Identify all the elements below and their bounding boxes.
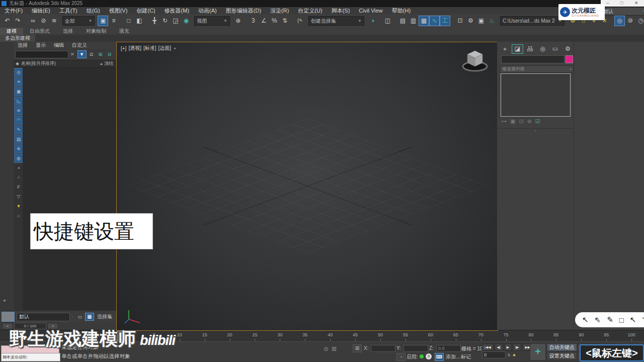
select-by-name-icon[interactable]: ≡ — [108, 16, 119, 26]
set-keys-button[interactable]: + — [530, 343, 546, 360]
timeline-tick[interactable]: 65 — [443, 330, 468, 341]
align-icon[interactable]: ◫ — [382, 16, 393, 26]
tab-motion[interactable]: ◎ — [537, 44, 548, 54]
filter-influences-icon[interactable]: ◎ — [14, 68, 23, 77]
redo-icon[interactable]: ↷ — [13, 16, 23, 26]
lock-explorer-icon[interactable]: Ω — [88, 51, 96, 58]
expand-all-icon[interactable]: ⊞ — [97, 51, 105, 58]
object-name-field[interactable] — [501, 55, 565, 63]
ribbon-tab-object-paint[interactable]: 对象绘制 — [79, 28, 113, 35]
minimize-icon[interactable]: – — [606, 0, 609, 7]
explorer-menu-edit[interactable]: 编辑 — [50, 42, 68, 49]
scale-icon[interactable]: ◲ — [170, 16, 181, 26]
rectangle-icon[interactable]: □ — [619, 316, 624, 324]
set-key-button[interactable]: 设置关键点 — [547, 352, 577, 360]
viewport-quality-menu[interactable]: [标准] — [143, 45, 156, 52]
close-icon[interactable]: ✕ — [634, 0, 638, 7]
window-crossing-icon[interactable]: ◧ — [134, 16, 144, 26]
timeline-tick[interactable]: 30 — [267, 330, 292, 341]
menu-civil-view[interactable]: Civil View — [354, 7, 387, 14]
menu-help[interactable]: 帮助(H) — [387, 7, 415, 14]
timeline-ruler[interactable]: 0510152025303540455055606570758085909510… — [117, 330, 644, 341]
clock-icon[interactable]: ◷ — [635, 16, 644, 26]
filter-materials-icon[interactable]: ▪ — [14, 163, 23, 172]
tab-hierarchy[interactable]: 品 — [524, 44, 536, 54]
timeline-tick[interactable]: 20 — [217, 330, 243, 341]
timeline-tick[interactable]: 85 — [543, 330, 569, 341]
filter-funnel-icon[interactable]: ▽ — [14, 192, 23, 201]
link-icon[interactable]: ∞ — [28, 16, 38, 26]
pen-icon[interactable]: ✎ — [607, 315, 613, 324]
name-column-header[interactable]: 名称(按升序排序) — [21, 60, 56, 67]
perspective-viewport[interactable]: [+] [透视] [标准] [边面] ▼ — [116, 42, 498, 331]
menu-animation[interactable]: 动画(A) — [194, 7, 221, 14]
named-sets-icon[interactable]: {✎ — [295, 16, 305, 26]
object-color-swatch[interactable] — [566, 55, 573, 63]
remove-modifier-icon[interactable]: ⊗ — [527, 118, 532, 125]
ten-frames-icon[interactable]: ⑩ — [625, 16, 635, 26]
render-setup-icon[interactable]: ⚙ — [465, 16, 476, 26]
move-icon[interactable]: ╋ — [149, 16, 159, 26]
explorer-menu-select[interactable]: 选择 — [14, 42, 32, 49]
timeline-tick[interactable]: 75 — [494, 330, 519, 341]
timeline-tick[interactable]: 50 — [368, 330, 393, 341]
timeline-tick[interactable]: 60 — [418, 330, 443, 341]
filter-lights-icon[interactable]: ☀ — [14, 77, 23, 86]
clear-search-icon[interactable]: ✕ — [68, 52, 76, 57]
layer-explorer-icon[interactable]: ▥ — [408, 16, 419, 26]
preview-render-icon[interactable]: ◎ — [614, 16, 625, 26]
show-end-result-icon[interactable]: ▣ — [510, 118, 515, 125]
ribbon-tab-freeform[interactable]: 自由形式 — [23, 28, 56, 35]
curve-editor-icon[interactable]: ∿ — [429, 16, 440, 26]
menu-create[interactable]: 创建(C) — [132, 7, 159, 14]
search-input[interactable] — [15, 51, 68, 58]
timeline-tick[interactable]: 40 — [317, 330, 343, 341]
explorer-menu-customize[interactable]: 自定义 — [68, 42, 91, 49]
timeline-tick[interactable]: 80 — [519, 330, 544, 341]
viewport-general-menu[interactable]: [+] — [121, 46, 126, 51]
auto-key-button[interactable]: 自动关键点 — [547, 343, 577, 351]
tab-modify[interactable]: ◪ — [512, 44, 523, 54]
key-mode-icon[interactable]: ✦ — [512, 352, 516, 358]
sort-ascending-icon[interactable]: ▲ — [100, 62, 104, 65]
render-icon[interactable]: ♨ — [487, 16, 497, 26]
isolate-selection-icon[interactable]: ⊘ — [324, 345, 329, 352]
filter-objects-icon[interactable]: ▫ — [14, 173, 23, 182]
tab-create[interactable]: ＋ — [499, 44, 511, 54]
timeline-tick[interactable]: 100 — [619, 330, 644, 341]
collapse-all-icon[interactable]: ⊟ — [106, 51, 114, 58]
coord-system-dropdown[interactable]: 视图▼ — [194, 16, 229, 26]
bind-spacewarp-icon[interactable]: ≋ — [49, 16, 59, 26]
selection-set-field[interactable]: 默认 — [17, 313, 70, 321]
workspace-dropdown[interactable]: 默认▼ — [601, 7, 644, 16]
ribbon-subtab-polygon-modeling[interactable]: 多边形建模 — [0, 35, 35, 42]
color-swatch-button[interactable] — [2, 312, 15, 322]
layers-icon[interactable]: ⚏ — [76, 313, 84, 320]
viewport-shading-menu[interactable]: [边面] — [158, 45, 172, 52]
menu-customize[interactable]: 自定义(U) — [293, 7, 327, 14]
named-selection-grid-icon[interactable]: ▦ — [85, 313, 94, 321]
filter-groups-icon[interactable]: ▤ — [14, 135, 23, 144]
scene-object-list[interactable] — [23, 67, 116, 310]
scene-explorer-column-header[interactable]: ◉ 名称(按升序排序) ▲ 冻结 — [14, 60, 116, 67]
selection-filter-dropdown[interactable]: 全部▼ — [62, 16, 95, 26]
x-coordinate-field[interactable] — [371, 345, 395, 352]
viewcube-icon[interactable] — [459, 48, 491, 73]
menu-rendering[interactable]: 渲染(R) — [266, 7, 293, 14]
named-selection-set-dropdown[interactable]: 创建选择集▼ — [308, 16, 364, 26]
arrow-icon[interactable]: ↖ — [630, 315, 636, 324]
absolute-mode-icon[interactable]: ⊞ — [353, 344, 362, 352]
ribbon-tab-selection[interactable]: 选择 — [56, 28, 79, 35]
selection-lock-icon[interactable]: ⊠ — [332, 345, 337, 352]
timeline-tick[interactable]: 25 — [243, 330, 268, 341]
menu-tools[interactable]: 工具(T) — [55, 7, 82, 14]
menu-graph-editors[interactable]: 图形编辑器(D) — [221, 7, 266, 14]
material-editor-icon[interactable]: ⊡ — [455, 16, 465, 26]
frozen-column-header[interactable]: 冻结 — [104, 60, 116, 67]
make-unique-icon[interactable]: ⊡ — [519, 118, 523, 125]
percent-snap-icon[interactable]: % — [269, 16, 280, 26]
menu-modifiers[interactable]: 修改器(M) — [160, 7, 194, 14]
maxscript-mini-listener[interactable]: 脚本迷你侦听: — [1, 353, 60, 361]
tab-display[interactable]: ▭ — [549, 44, 561, 54]
angle-snap-icon[interactable]: ∠ — [259, 16, 269, 26]
